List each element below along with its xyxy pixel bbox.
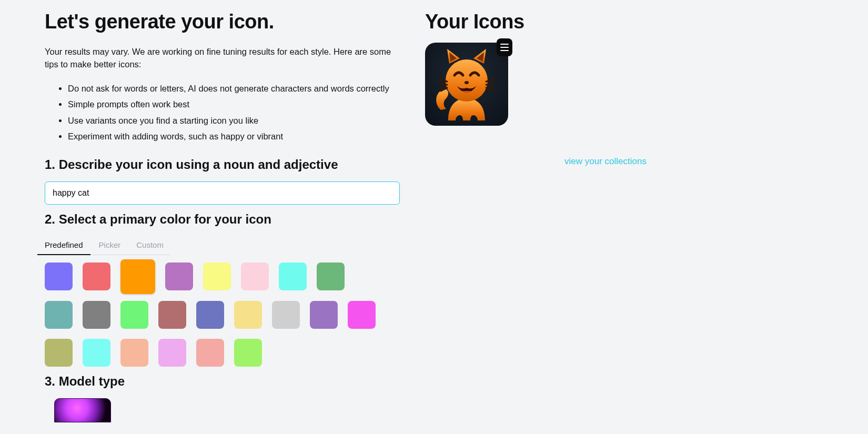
view-collections-link[interactable]: view your collections xyxy=(564,156,647,167)
color-swatch[interactable] xyxy=(317,263,345,290)
svg-point-2 xyxy=(465,81,469,84)
hamburger-icon xyxy=(500,44,509,45)
color-swatch[interactable] xyxy=(158,301,186,329)
color-swatch[interactable] xyxy=(45,339,73,367)
color-swatch[interactable] xyxy=(120,259,155,294)
generator-form: Let's generate your icon. Your results m… xyxy=(45,11,400,422)
step-1-title: 1. Describe your icon using a noun and a… xyxy=(45,157,400,172)
tab-custom[interactable]: Custom xyxy=(136,236,164,255)
tab-picker[interactable]: Picker xyxy=(99,236,121,255)
color-swatch[interactable] xyxy=(45,301,73,329)
color-swatch[interactable] xyxy=(196,301,224,329)
generated-icon-image xyxy=(425,43,508,126)
color-swatch[interactable] xyxy=(203,263,231,290)
color-swatch[interactable] xyxy=(310,301,338,329)
color-swatches xyxy=(45,263,381,367)
step-3-title: 3. Model type xyxy=(45,374,400,389)
your-icons-title: Your Icons xyxy=(425,11,823,33)
color-swatch[interactable] xyxy=(241,263,269,290)
svg-point-1 xyxy=(446,59,488,102)
intro-text: Your results may vary. We are working on… xyxy=(45,46,400,71)
color-swatch[interactable] xyxy=(120,339,148,367)
icon-menu-button[interactable] xyxy=(497,38,512,56)
color-swatch[interactable] xyxy=(234,301,262,329)
color-swatch[interactable] xyxy=(158,339,186,367)
page-title: Let's generate your icon. xyxy=(45,11,400,33)
model-type-option[interactable] xyxy=(54,398,111,422)
color-swatch[interactable] xyxy=(165,263,193,290)
tip-item: Use variants once you find a starting ic… xyxy=(68,113,400,129)
tips-list: Do not ask for words or letters, AI does… xyxy=(45,80,400,145)
color-swatch[interactable] xyxy=(120,301,148,329)
prompt-input[interactable] xyxy=(45,181,400,205)
step-2-title: 2. Select a primary color for your icon xyxy=(45,212,400,227)
color-swatch[interactable] xyxy=(45,263,73,290)
color-swatch[interactable] xyxy=(83,263,110,290)
tip-item: Do not ask for words or letters, AI does… xyxy=(68,80,400,97)
tab-predefined[interactable]: Predefined xyxy=(45,236,83,255)
tip-item: Experiment with adding words, such as ha… xyxy=(68,128,400,145)
color-swatch[interactable] xyxy=(272,301,300,329)
color-swatch[interactable] xyxy=(196,339,224,367)
tip-item: Simple prompts often work best xyxy=(68,96,400,113)
generated-icon-card[interactable] xyxy=(425,43,508,126)
color-swatch[interactable] xyxy=(234,339,262,367)
color-tabs: Predefined Picker Custom xyxy=(45,236,171,255)
color-swatch[interactable] xyxy=(83,301,110,329)
color-swatch[interactable] xyxy=(348,301,376,329)
color-swatch[interactable] xyxy=(83,339,110,367)
your-icons-panel: Your Icons xyxy=(425,11,823,422)
color-swatch[interactable] xyxy=(279,263,307,290)
